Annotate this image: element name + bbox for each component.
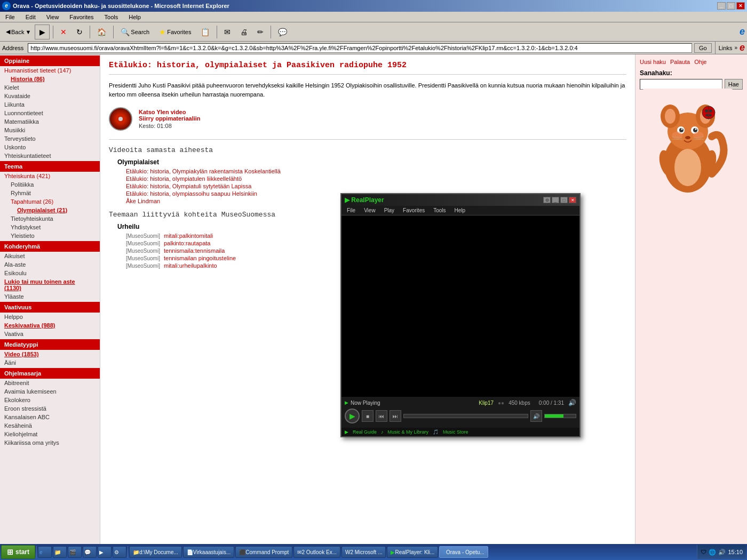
sidebar-item-yhteiskuntatieteet[interactable]: Yhteiskuntatieteet (0, 151, 100, 160)
sanahaku-button[interactable]: Hae (725, 79, 743, 90)
museo-link-5-anchor[interactable]: mitali:urheilupalkinto (164, 262, 217, 269)
rp-real-guide-link[interactable]: Real Guide (353, 429, 377, 435)
home-button[interactable]: 🏠 (93, 25, 110, 39)
sidebar-item-esikoulu[interactable]: Esikoulu (0, 269, 100, 277)
quicklaunch-5[interactable]: ▶ (98, 546, 112, 558)
go-button[interactable]: Go (694, 43, 712, 53)
maximize-button[interactable]: □ (727, 2, 735, 10)
siirry-oppi-link[interactable]: Siirry oppimateriaaliin (139, 115, 201, 122)
menu-favorites[interactable]: Favorites (66, 13, 97, 21)
quicklaunch-ie[interactable]: e (38, 546, 52, 558)
sidebar-item-kuvataide[interactable]: Kuvataide (0, 92, 100, 100)
sidebar-item-lukio[interactable]: Lukio tai muu toinen aste(1130) (0, 277, 100, 292)
sidebar-item-luonnontieteet[interactable]: Luonnontieteet (0, 109, 100, 117)
sidebar-item-uskonto[interactable]: Uskonto (0, 143, 100, 151)
minimize-button[interactable]: _ (717, 2, 726, 10)
forward-button[interactable]: ▶ (35, 25, 50, 39)
menu-view[interactable]: View (43, 13, 62, 21)
sidebar-item-humanistiset[interactable]: Humanistiset tieteet (147) (0, 66, 100, 75)
menu-tools[interactable]: Tools (101, 13, 122, 21)
sidebar-item-aani[interactable]: Ääni (0, 358, 100, 367)
rp-menu-play[interactable]: Play (382, 207, 396, 213)
links-label[interactable]: Links (719, 45, 733, 51)
rp-next-button[interactable]: ⏭ (390, 410, 401, 422)
rp-menu-file[interactable]: File (345, 207, 357, 213)
rp-play-button[interactable]: ▶ (345, 409, 360, 423)
rp-prev-button[interactable]: ⏮ (376, 410, 387, 422)
sidebar-item-matematiikka[interactable]: Matematiikka (0, 117, 100, 126)
sidebar-item-helppo[interactable]: Helppo (0, 313, 100, 321)
rp-menu-help[interactable]: Help (452, 207, 468, 213)
sidebar-item-ekolokero[interactable]: Ekolokero (0, 396, 100, 404)
menu-file[interactable]: File (2, 13, 18, 21)
taskbar-item-5[interactable]: ▶ RealPlayer: Kli... (387, 546, 438, 558)
sidebar-item-eroon[interactable]: Eroon stressistä (0, 404, 100, 413)
start-button[interactable]: ⊞ start (1, 545, 35, 559)
sidebar-item-olympialaiset[interactable]: Olympialaiset (21) (0, 206, 100, 214)
edit-button[interactable]: ✏ (253, 25, 267, 39)
rp-settings-button[interactable]: ⚙ (543, 197, 551, 203)
rp-menu-favorites[interactable]: Favorites (401, 207, 427, 213)
search-button[interactable]: 🔍 Search (117, 25, 153, 39)
favorites-button[interactable]: ★ Favorites (155, 25, 195, 39)
sidebar-item-tietoyhteiskunta[interactable]: Tietoyhteiskunta (0, 214, 100, 223)
sidebar-item-vaativa[interactable]: Vaativa (0, 330, 100, 338)
history-button[interactable]: 📋 (197, 25, 213, 39)
taskbar-item-4[interactable]: W 2 Microsoft ... (341, 546, 386, 558)
sidebar-item-musiikki[interactable]: Musiikki (0, 126, 100, 134)
mail-button[interactable]: ✉ (220, 25, 234, 39)
sidebar-item-terveystieto[interactable]: Terveystieto (0, 134, 100, 143)
menu-edit[interactable]: Edit (22, 13, 39, 21)
taskbar-item-1[interactable]: 📄 Virkaaastujais... (183, 546, 234, 558)
sidebar-item-kieliohjelmat[interactable]: Kieliohjelmat (0, 430, 100, 438)
new-search-link[interactable]: Uusi haku (640, 59, 666, 65)
quicklaunch-4[interactable]: 💬 (83, 546, 97, 558)
sidebar-item-kansalainen[interactable]: Kansalaisen ABC (0, 413, 100, 421)
sanahaku-input[interactable] (640, 79, 722, 90)
help-link[interactable]: Ohje (694, 59, 706, 65)
quicklaunch-2[interactable]: 📁 (53, 546, 67, 558)
rp-mute-button[interactable]: 🔊 (530, 410, 542, 422)
sidebar-item-kesaheinä[interactable]: Kesäheinä (0, 421, 100, 430)
sidebar-item-kielet[interactable]: Kielet (0, 83, 100, 92)
sidebar-item-politiikka[interactable]: Politiikka (0, 180, 100, 189)
return-link[interactable]: Palauta (670, 59, 690, 65)
video-link-2[interactable]: Etälukio: historia, olympiatulen liikkee… (126, 175, 626, 182)
quicklaunch-3[interactable]: 🎬 (68, 546, 82, 558)
quicklaunch-6[interactable]: ⚙ (113, 546, 126, 558)
video-link-1[interactable]: Etälukio: historia, Olympiakylän rakenta… (126, 168, 626, 174)
stop-button[interactable]: ✕ (57, 25, 70, 39)
sidebar-item-keskivaativa[interactable]: Keskivaativa (988) (0, 321, 100, 330)
rp-menu-tools[interactable]: Tools (431, 207, 448, 213)
menu-help[interactable]: Help (125, 13, 144, 21)
sidebar-item-avaimia[interactable]: Avaimia lukemiseen (0, 387, 100, 396)
rp-minimize-button[interactable]: _ (552, 197, 559, 203)
sidebar-item-yhteiskunta[interactable]: Yhteiskunta (421) (0, 172, 100, 180)
museo-link-2-anchor[interactable]: palkinto:rautapata (164, 240, 210, 246)
katso-yle-link[interactable]: Katso Ylen video (139, 109, 201, 115)
rp-stop-button[interactable]: ■ (362, 410, 374, 422)
museo-link-4-anchor[interactable]: tennismailan pingoitusteline (164, 255, 236, 261)
back-button[interactable]: ◀ Back ▼ (2, 25, 35, 39)
rp-seek-bar[interactable] (403, 414, 528, 418)
sidebar-item-tapahtumat[interactable]: Tapahtumat (26) (0, 197, 100, 206)
museo-link-1-anchor[interactable]: mitali:palkintomitali (164, 233, 213, 239)
rp-music-library-link[interactable]: Music & My Library (388, 429, 429, 435)
rp-music-store-link[interactable]: Music Store (443, 429, 468, 435)
refresh-button[interactable]: ↻ (73, 25, 86, 39)
rp-close-button[interactable]: ✕ (569, 197, 576, 203)
taskbar-item-0[interactable]: 📁 d:\My Docume... (129, 546, 182, 558)
rp-maximize-button[interactable]: □ (560, 197, 568, 203)
rp-volume-bar[interactable] (544, 414, 576, 418)
sidebar-item-video[interactable]: Video (1853) (0, 350, 100, 358)
messenger-button[interactable]: 💬 (274, 25, 291, 39)
sidebar-item-kiikariissa[interactable]: Kiikariissa oma yritys (0, 438, 100, 447)
address-input[interactable] (28, 43, 692, 53)
print-button[interactable]: 🖨 (236, 25, 251, 39)
sidebar-item-historia[interactable]: Historia (86) (0, 75, 100, 83)
sidebar-item-abitreenit[interactable]: Abitreenit (0, 379, 100, 387)
rp-menu-view[interactable]: View (362, 207, 378, 213)
taskbar-item-2[interactable]: ⬛ Command Prompt (235, 546, 292, 558)
museo-link-3-anchor[interactable]: tennismaila:tennismaila (164, 247, 225, 254)
sidebar-item-aikuiset[interactable]: Aikuiset (0, 252, 100, 260)
